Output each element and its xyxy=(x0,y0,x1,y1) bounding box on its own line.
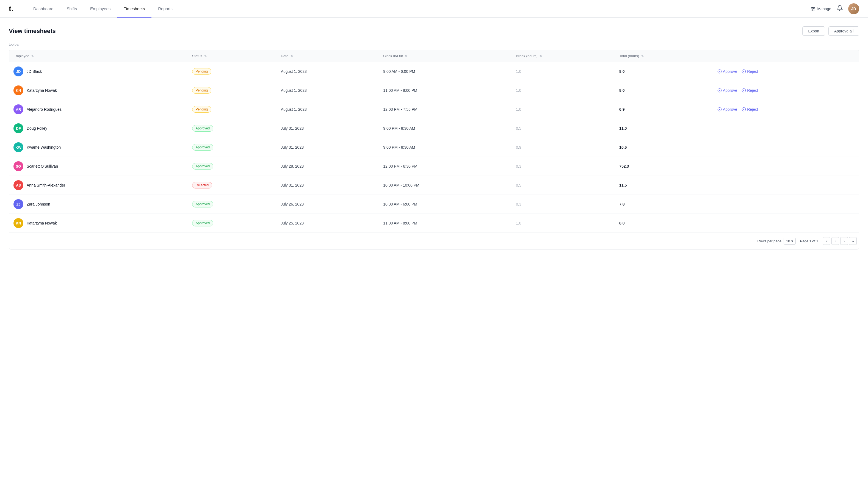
reject-button[interactable]: Reject xyxy=(742,107,758,111)
nav-right: Manage JD xyxy=(811,3,859,14)
cell-date: July 31, 2023 xyxy=(277,176,379,195)
manage-button[interactable]: Manage xyxy=(811,6,831,11)
cell-clock: 9:00 PM - 8:30 AM xyxy=(379,119,512,138)
export-button[interactable]: Export xyxy=(802,26,825,36)
status-badge: Approved xyxy=(192,220,213,226)
logo[interactable]: t. xyxy=(9,4,13,13)
col-employee[interactable]: Employee ⇅ xyxy=(9,50,188,62)
cell-employee: AR Alejandro Rodriguez xyxy=(9,100,188,119)
reject-label: Reject xyxy=(747,88,758,93)
cell-actions: Approve Reject xyxy=(713,62,859,81)
cell-clock: 10:00 AM - 10:00 PM xyxy=(379,176,512,195)
cell-actions: Approve Reject xyxy=(713,100,859,119)
status-badge: Pending xyxy=(192,106,211,113)
col-total[interactable]: Total (hours) ⇅ xyxy=(615,50,713,62)
cell-date: July 26, 2023 xyxy=(277,195,379,214)
cell-break: 1.0 xyxy=(512,81,615,100)
sort-date-icon: ⇅ xyxy=(290,55,293,58)
approve-label: Approve xyxy=(723,107,737,111)
cell-clock: 11:00 AM - 8:00 PM xyxy=(379,214,512,233)
cell-status: Pending xyxy=(188,62,277,81)
cell-date: August 1, 2023 xyxy=(277,100,379,119)
cell-actions xyxy=(713,138,859,157)
cell-actions xyxy=(713,214,859,233)
nav-item-shifts[interactable]: Shifts xyxy=(60,0,84,18)
nav-item-timesheets[interactable]: Timesheets xyxy=(117,0,151,18)
employee-name: Scarlett O'Sullivan xyxy=(27,164,58,168)
nav-item-reports[interactable]: Reports xyxy=(151,0,179,18)
cell-clock: 12:00 PM - 8:30 PM xyxy=(379,157,512,176)
employee-avatar: KN xyxy=(13,218,23,228)
page-title: View timesheets xyxy=(9,28,56,35)
employee-name: Katarzyna Nowak xyxy=(27,221,57,225)
svg-point-5 xyxy=(812,10,813,10)
rows-value: 10 xyxy=(786,239,790,243)
cell-actions xyxy=(713,195,859,214)
nav-links: Dashboard Shifts Employees Timesheets Re… xyxy=(27,0,811,18)
row-actions: Approve Reject xyxy=(717,69,855,74)
status-badge: Approved xyxy=(192,125,213,132)
toolbar-label: toolbar xyxy=(9,42,859,46)
cell-status: Rejected xyxy=(188,176,277,195)
approve-icon xyxy=(717,69,722,74)
cell-employee: SO Scarlett O'Sullivan xyxy=(9,157,188,176)
employee-name: Doug Folley xyxy=(27,126,47,131)
cell-status: Approved xyxy=(188,138,277,157)
cell-clock: 11:00 AM - 8:00 PM xyxy=(379,81,512,100)
cell-actions: Approve Reject xyxy=(713,81,859,100)
cell-employee: DF Doug Folley xyxy=(9,119,188,138)
employee-avatar: AS xyxy=(13,180,23,190)
page-first-button[interactable]: « xyxy=(823,237,830,245)
approve-button[interactable]: Approve xyxy=(717,88,737,93)
reject-button[interactable]: Reject xyxy=(742,88,758,93)
reject-icon xyxy=(742,107,746,111)
cell-actions xyxy=(713,119,859,138)
table-row: KW Kwame Washington Approved July 31, 20… xyxy=(9,138,859,157)
employee-avatar: SO xyxy=(13,161,23,171)
employee-name: Anna Smith-Alexander xyxy=(27,183,65,187)
pagination-bar: Rows per page 10 ▾ Page 1 of 1 « ‹ › » xyxy=(9,232,859,249)
col-clock[interactable]: Clock In/Out ⇅ xyxy=(379,50,512,62)
page-navigation: « ‹ › » xyxy=(823,237,857,245)
nav-item-employees[interactable]: Employees xyxy=(84,0,117,18)
employee-avatar: DF xyxy=(13,123,23,133)
cell-total: 7.8 xyxy=(615,195,713,214)
approve-all-button[interactable]: Approve all xyxy=(829,26,859,36)
page-last-button[interactable]: » xyxy=(849,237,857,245)
table-row: KN Katarzyna Nowak Pending August 1, 202… xyxy=(9,81,859,100)
cell-break: 0.5 xyxy=(512,176,615,195)
page-next-button[interactable]: › xyxy=(840,237,848,245)
nav-item-dashboard[interactable]: Dashboard xyxy=(27,0,60,18)
page-header: View timesheets Export Approve all xyxy=(9,26,859,36)
rows-per-page-select[interactable]: 10 ▾ xyxy=(784,238,796,245)
cell-status: Pending xyxy=(188,81,277,100)
approve-icon xyxy=(717,107,722,111)
reject-icon xyxy=(742,88,746,93)
table-row: AS Anna Smith-Alexander Rejected July 31… xyxy=(9,176,859,195)
col-date[interactable]: Date ⇅ xyxy=(277,50,379,62)
cell-break: 1.0 xyxy=(512,62,615,81)
approve-button[interactable]: Approve xyxy=(717,69,737,74)
cell-break: 0.3 xyxy=(512,195,615,214)
sort-clock-icon: ⇅ xyxy=(405,55,407,58)
chevron-down-icon: ▾ xyxy=(791,239,793,243)
reject-button[interactable]: Reject xyxy=(742,69,758,74)
approve-button[interactable]: Approve xyxy=(717,107,737,111)
employee-avatar: KN xyxy=(13,86,23,95)
status-badge: Approved xyxy=(192,201,213,207)
table-row: KN Katarzyna Nowak Approved July 25, 202… xyxy=(9,214,859,233)
notification-bell[interactable] xyxy=(837,5,843,12)
col-status[interactable]: Status ⇅ xyxy=(188,50,277,62)
cell-total: 10.6 xyxy=(615,138,713,157)
user-avatar[interactable]: JD xyxy=(848,3,859,14)
table-row: JD JD Black Pending August 1, 2023 9:00 … xyxy=(9,62,859,81)
col-break[interactable]: Break (hours) ⇅ xyxy=(512,50,615,62)
page-prev-button[interactable]: ‹ xyxy=(832,237,839,245)
cell-break: 0.9 xyxy=(512,138,615,157)
cell-total: 11.5 xyxy=(615,176,713,195)
table-row: DF Doug Folley Approved July 31, 2023 9:… xyxy=(9,119,859,138)
cell-total: 8.0 xyxy=(615,214,713,233)
timesheets-table: Employee ⇅ Status ⇅ Date ⇅ Clock In/Out … xyxy=(9,50,859,250)
cell-total: 752.3 xyxy=(615,157,713,176)
status-badge: Pending xyxy=(192,68,211,75)
